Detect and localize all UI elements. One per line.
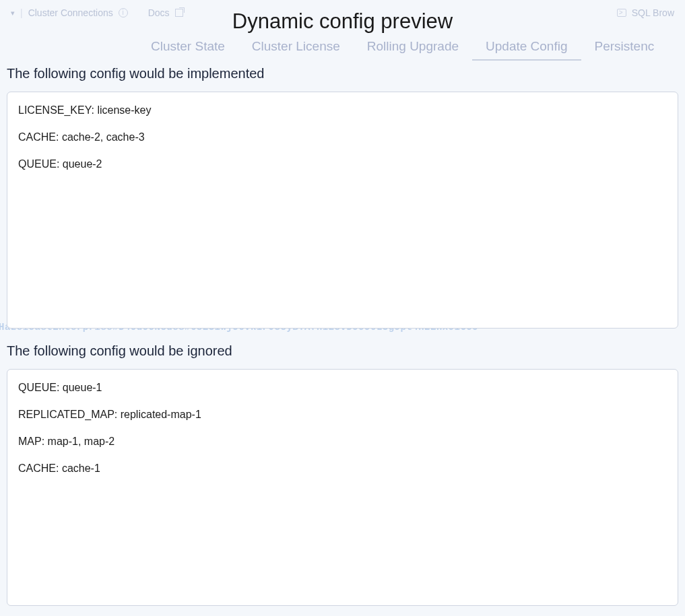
config-line: CACHE: cache-1 (18, 463, 667, 475)
config-line: QUEUE: queue-1 (18, 382, 667, 394)
ignored-heading: The following config would be ignored (7, 343, 678, 359)
ignored-config-box: QUEUE: queue-1 REPLICATED_MAP: replicate… (7, 369, 678, 606)
modal-title: Dynamic config preview (7, 9, 678, 34)
config-line: MAP: map-1, map-2 (18, 436, 667, 448)
config-line: LICENSE_KEY: license-key (18, 104, 667, 116)
implemented-config-box: LICENSE_KEY: license-key CACHE: cache-2,… (7, 92, 678, 329)
config-line: CACHE: cache-2, cache-3 (18, 131, 667, 143)
implemented-heading: The following config would be implemente… (7, 66, 678, 81)
config-line: QUEUE: queue-2 (18, 158, 667, 170)
config-preview-modal: Dynamic config preview The following con… (0, 0, 685, 616)
config-line: REPLICATED_MAP: replicated-map-1 (18, 409, 667, 421)
